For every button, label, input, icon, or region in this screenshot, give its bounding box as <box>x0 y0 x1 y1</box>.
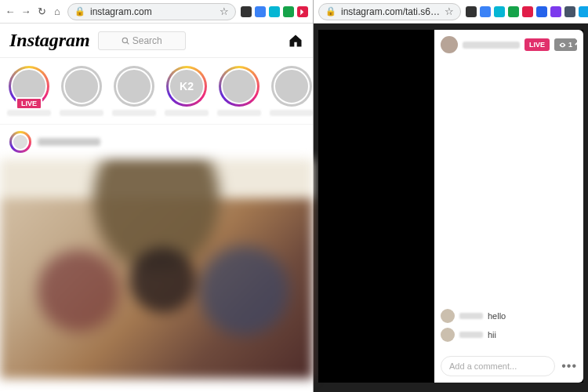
extension-icon[interactable] <box>536 6 547 17</box>
feed-post <box>0 125 313 379</box>
viewer-count: 1 <box>568 41 572 49</box>
post-author-avatar <box>9 131 31 153</box>
window-left: ← → ↻ ⌂ 🔒 instagram.com ☆ ⏵ Instagram Se… <box>0 0 314 392</box>
live-badge: LIVE <box>16 97 42 110</box>
extension-icon[interactable] <box>508 6 519 17</box>
story-username <box>165 110 209 116</box>
address-bar-left[interactable]: 🔒 instagram.com ☆ <box>67 3 236 20</box>
extension-icon[interactable] <box>522 6 533 17</box>
extensions-right: ⋮ <box>466 5 588 19</box>
post-image[interactable] <box>0 159 313 379</box>
story-item[interactable]: LIVE <box>6 66 52 116</box>
live-header: LIVE 1 <box>434 30 583 60</box>
post-header[interactable] <box>0 125 313 159</box>
instagram-logo[interactable]: Instagram <box>9 30 90 51</box>
story-username <box>60 110 103 116</box>
commenter-username[interactable] <box>459 332 483 338</box>
home-icon[interactable] <box>288 33 303 49</box>
url-text: instagram.com/tati.s6… <box>341 6 440 17</box>
extension-icon[interactable]: ⏵ <box>297 6 308 17</box>
live-sidebar: LIVE 1 hello hii <box>434 30 583 383</box>
story-item[interactable] <box>269 66 313 116</box>
story-username <box>217 110 261 116</box>
window-right: 🔒 instagram.com/tati.s6… ☆ ⋮ ✕ LIVE <box>314 0 588 392</box>
svg-line-1 <box>127 42 129 44</box>
extension-icon[interactable] <box>550 6 561 17</box>
commenter-avatar[interactable] <box>441 328 455 342</box>
close-icon[interactable]: ✕ <box>573 33 585 50</box>
extension-icon[interactable] <box>283 6 294 17</box>
broadcaster-username[interactable] <box>463 42 520 49</box>
extension-icon[interactable] <box>480 6 491 17</box>
lock-icon: 🔒 <box>74 6 85 16</box>
forward-icon[interactable]: → <box>20 6 31 17</box>
extension-icon[interactable] <box>466 6 477 17</box>
story-item[interactable]: K2 <box>164 66 209 116</box>
stories-row: LIVE K2 <box>0 58 313 125</box>
commenter-username[interactable] <box>459 313 483 319</box>
search-placeholder: Search <box>132 35 162 46</box>
extension-icon[interactable] <box>241 6 252 17</box>
post-author-username <box>38 138 100 146</box>
bookmark-star-icon[interactable]: ☆ <box>220 5 229 17</box>
bookmark-star-icon[interactable]: ☆ <box>445 5 454 17</box>
extensions-left: ⏵ <box>241 6 308 17</box>
svg-point-0 <box>122 38 127 42</box>
story-item[interactable] <box>216 66 262 116</box>
extension-icon[interactable] <box>579 6 588 17</box>
url-text: instagram.com <box>90 6 215 17</box>
lock-icon: 🔒 <box>325 6 336 16</box>
live-comments: hello hii <box>434 304 583 350</box>
extension-icon[interactable] <box>494 6 505 17</box>
extension-icon[interactable] <box>269 6 280 17</box>
reload-icon[interactable]: ↻ <box>36 6 47 17</box>
eye-icon <box>559 42 566 49</box>
live-comment: hii <box>441 328 577 342</box>
instagram-header: Instagram Search <box>0 24 313 58</box>
home-nav-icon[interactable]: ⌂ <box>52 6 63 17</box>
address-bar-right[interactable]: 🔒 instagram.com/tati.s6… ☆ <box>318 3 461 20</box>
browser-toolbar-left: ← → ↻ ⌂ 🔒 instagram.com ☆ ⏵ <box>0 0 313 24</box>
comment-text: hello <box>488 311 506 321</box>
search-icon <box>122 37 129 45</box>
live-view: ✕ LIVE 1 hello <box>318 30 583 383</box>
story-username <box>112 110 156 116</box>
live-chip: LIVE <box>524 38 550 51</box>
search-input[interactable]: Search <box>98 31 186 50</box>
story-username <box>270 110 313 116</box>
story-item[interactable] <box>59 66 104 116</box>
comment-placeholder: Add a comment... <box>449 361 517 371</box>
live-video[interactable] <box>318 30 434 383</box>
story-item[interactable] <box>111 66 157 116</box>
browser-toolbar-right: 🔒 instagram.com/tati.s6… ☆ ⋮ <box>314 0 588 24</box>
live-comment: hello <box>441 309 577 323</box>
story-username <box>7 110 51 116</box>
live-body <box>434 60 583 304</box>
k2-avatar: K2 <box>169 68 205 104</box>
commenter-avatar[interactable] <box>441 309 455 323</box>
comment-text: hii <box>488 330 496 339</box>
live-footer: Add a comment... ••• <box>434 350 583 383</box>
back-icon[interactable]: ← <box>5 6 16 17</box>
extension-icon[interactable] <box>564 6 575 17</box>
comment-input[interactable]: Add a comment... <box>441 356 555 376</box>
extension-icon[interactable] <box>255 6 266 17</box>
more-options-icon[interactable]: ••• <box>561 359 577 373</box>
broadcaster-avatar[interactable] <box>441 36 458 53</box>
